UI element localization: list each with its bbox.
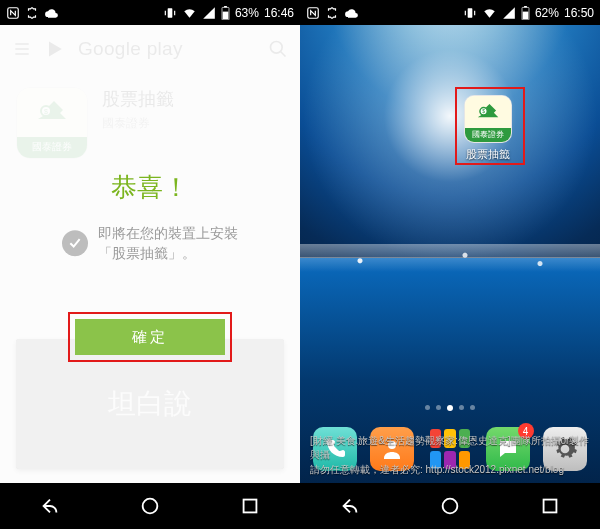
caption-watermark: [財經.美食.旅遊&生活趨勢觀察家:偉恩史達克]團隊所拍攝or製作與攝 請勿任意…	[300, 428, 600, 484]
signal-icon	[502, 6, 516, 20]
page-indicator	[300, 405, 600, 411]
vibrate-icon	[163, 6, 177, 20]
caption-line2: 請勿任意轉載，違者必究: http://stock2012.pixnet.net…	[310, 463, 590, 478]
ok-button[interactable]: 確定	[75, 319, 225, 355]
home-screen[interactable]: $ 國泰證券 股票抽籤	[300, 25, 600, 529]
modal-scrim	[0, 25, 300, 529]
cloud-icon	[344, 6, 359, 20]
nav-back-icon[interactable]	[39, 495, 61, 517]
clock-text: 16:50	[564, 6, 594, 20]
nav-home-icon[interactable]	[439, 495, 461, 517]
nav-recent-icon[interactable]	[539, 495, 561, 517]
phone-right: 62% 16:50 $ 國泰證券 股票抽籤	[300, 0, 600, 529]
nav-bar	[300, 483, 600, 529]
check-icon	[62, 230, 88, 256]
battery-icon	[521, 6, 530, 20]
annotation-highlight-ok: 確定	[68, 312, 232, 362]
nav-home-icon[interactable]	[139, 495, 161, 517]
install-success-dialog: 恭喜！ 即將在您的裝置上安裝 「股票抽籤」。	[32, 170, 268, 264]
svg-rect-13	[524, 6, 527, 7]
battery-icon	[221, 6, 230, 20]
screenshot-icon	[25, 6, 39, 20]
svg-rect-19	[544, 500, 557, 513]
clock-text: 16:46	[264, 6, 294, 20]
signal-icon	[202, 6, 216, 20]
dialog-msg-line1: 即將在您的裝置上安裝	[98, 223, 238, 243]
nfc-icon	[306, 6, 320, 20]
battery-text: 63%	[235, 6, 259, 20]
dialog-title: 恭喜！	[32, 170, 268, 205]
svg-rect-9	[244, 500, 257, 513]
svg-rect-11	[468, 8, 473, 17]
cloud-icon	[44, 6, 59, 20]
caption-line1: [財經.美食.旅遊&生活趨勢觀察家:偉恩史達克]團隊所拍攝or製作與攝	[310, 434, 590, 463]
status-bar: 63% 16:46	[0, 0, 300, 25]
annotation-highlight-app	[455, 87, 525, 165]
svg-rect-14	[523, 11, 529, 19]
battery-text: 62%	[535, 6, 559, 20]
phone-left: 63% 16:46 Google play $ 國泰證券	[0, 0, 300, 529]
svg-rect-4	[223, 11, 229, 19]
svg-rect-3	[224, 6, 227, 7]
wifi-icon	[182, 6, 197, 20]
nav-back-icon[interactable]	[339, 495, 361, 517]
svg-rect-1	[168, 8, 173, 17]
vibrate-icon	[463, 6, 477, 20]
screenshot-icon	[325, 6, 339, 20]
nfc-icon	[6, 6, 20, 20]
status-bar: 62% 16:50	[300, 0, 600, 25]
nav-recent-icon[interactable]	[239, 495, 261, 517]
dialog-msg-line2: 「股票抽籤」。	[98, 243, 238, 263]
nav-bar	[0, 483, 300, 529]
svg-point-18	[443, 499, 458, 514]
wifi-icon	[482, 6, 497, 20]
svg-point-8	[143, 499, 158, 514]
